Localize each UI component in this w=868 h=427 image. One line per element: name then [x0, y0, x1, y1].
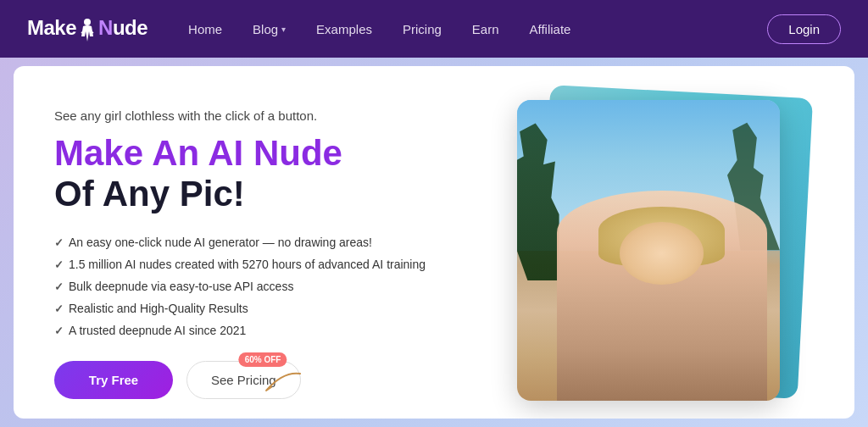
- nav-home[interactable]: Home: [188, 22, 222, 36]
- logo[interactable]: Make Nude: [27, 16, 147, 42]
- headline-dark: Of Any Pic!: [54, 174, 245, 214]
- nav-links: Home Blog ▾ Examples Pricing Earn Affili…: [188, 22, 767, 36]
- feature-item-5: ✓ A trusted deepnude AI since 2021: [54, 324, 495, 337]
- nav-examples[interactable]: Examples: [316, 22, 372, 36]
- cta-row: Try Free See Pricing 60% OFF: [54, 361, 495, 399]
- logo-figure-icon: [77, 16, 97, 42]
- check-icon-3: ✓: [54, 280, 64, 293]
- hero-image: [509, 83, 814, 413]
- nav-affiliate[interactable]: Affiliate: [530, 22, 571, 36]
- feature-item-3: ✓ Bulk deepnude via easy-to-use API acce…: [54, 280, 495, 293]
- image-stack: [517, 92, 805, 405]
- check-icon-4: ✓: [54, 302, 64, 315]
- features-list: ✓ An easy one-click nude AI generator — …: [54, 236, 495, 337]
- hero-subtitle: See any girl clothless with the click of…: [54, 108, 495, 123]
- svg-point-0: [84, 19, 91, 25]
- feature-item-4: ✓ Realistic and High-Quality Results: [54, 302, 495, 315]
- chevron-down-icon: ▾: [281, 25, 286, 34]
- headline-purple: Make An AI Nude: [54, 133, 342, 173]
- nav-blog[interactable]: Blog ▾: [253, 22, 286, 36]
- arrow-indicator: [258, 369, 309, 403]
- feature-item-1: ✓ An easy one-click nude AI generator — …: [54, 236, 495, 249]
- login-button[interactable]: Login: [767, 14, 841, 44]
- check-icon-2: ✓: [54, 258, 64, 271]
- hero-section: See any girl clothless with the click of…: [14, 66, 854, 419]
- photo-person: [557, 191, 767, 402]
- photo-face: [620, 222, 704, 286]
- check-icon-1: ✓: [54, 236, 64, 249]
- nav-earn[interactable]: Earn: [472, 22, 499, 36]
- photo-frame: [517, 100, 780, 401]
- discount-badge: 60% OFF: [239, 352, 287, 367]
- navbar: Make Nude Home Blog ▾ Examples Pricing: [0, 0, 868, 58]
- feature-item-2: ✓ 1.5 million AI nudes created with 5270…: [54, 258, 495, 271]
- logo-text: Make Nude: [27, 16, 147, 42]
- try-free-button[interactable]: Try Free: [54, 361, 173, 399]
- hero-headline: Make An AI Nude Of Any Pic!: [54, 133, 495, 215]
- hero-left: See any girl clothless with the click of…: [54, 100, 495, 399]
- nav-pricing[interactable]: Pricing: [403, 22, 442, 36]
- check-icon-5: ✓: [54, 324, 64, 337]
